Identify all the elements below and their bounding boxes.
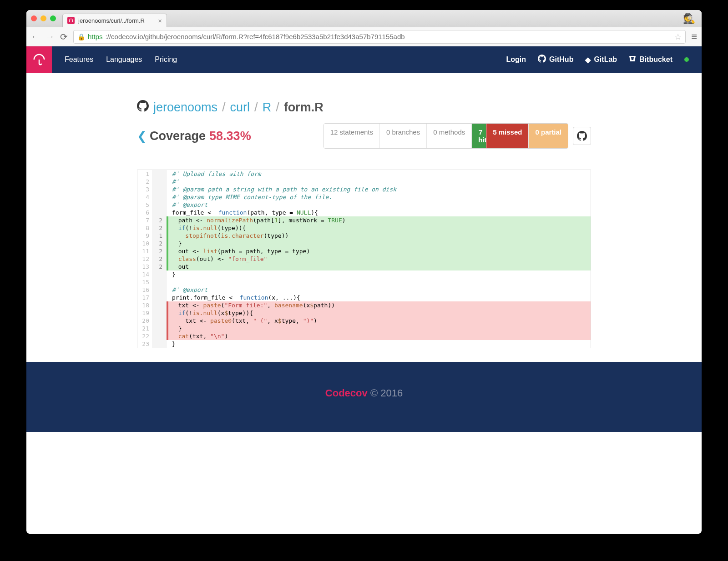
code-line[interactable]: 21 } [137,325,591,332]
source-text: out [168,263,591,270]
line-number: 3 [137,185,152,193]
source-text [169,278,591,286]
code-line[interactable]: 23} [137,340,591,348]
nav-features[interactable]: Features [65,55,93,64]
pill-hits[interactable]: 7 hits [472,124,486,148]
hit-count [152,170,167,178]
hit-count [152,294,167,301]
back-chevron-icon[interactable]: ❮ [137,129,147,143]
code-line[interactable]: 14} [137,270,591,278]
line-number: 17 [137,294,152,301]
close-icon[interactable] [31,15,37,21]
crumb-sep: / [222,100,226,115]
umbrella-icon [32,53,46,66]
source-text: #' @export [169,286,591,294]
code-line[interactable]: 1#' Upload files with form [137,170,591,178]
source-text: form_file <- function(path, type = NULL)… [169,209,591,216]
code-line[interactable]: 4#' @param type MIME content-type of the… [137,193,591,201]
line-number: 13 [137,263,152,270]
line-number: 2 [137,178,152,185]
code-line[interactable]: 82 if(!is.null(type)){ [137,224,591,232]
source-text: #' Upload files with form [169,170,591,178]
code-line[interactable]: 132 out [137,263,591,270]
line-number: 9 [137,232,152,240]
code-line[interactable]: 3#' @param path a string with a path to … [137,185,591,193]
line-number: 22 [137,332,152,340]
crumb-dir[interactable]: R [263,100,272,115]
coverage-line: ❮ Coverage 58.33% 12 statements 0 branch… [137,123,591,149]
code-line[interactable]: 102 } [137,240,591,247]
pill-branches[interactable]: 0 branches [380,124,427,148]
line-number: 4 [137,193,152,201]
close-tab-icon[interactable]: × [158,17,162,25]
hit-count: 2 [152,247,167,255]
crumb-repo[interactable]: curl [230,100,250,115]
brand-logo[interactable] [26,46,52,73]
url-scheme: https [88,33,103,40]
nav-right: Login GitHub ◆GitLab Bitbucket [506,55,689,65]
coverage-label: Coverage [150,129,206,143]
back-icon[interactable]: ← [31,31,40,42]
browser-tab[interactable]: jeroenooms/curl/../form.R × [62,14,167,27]
line-number: 18 [137,301,152,309]
code-line[interactable]: 22 cat(txt, "\n") [137,332,591,340]
lock-icon: 🔒 [77,33,85,40]
crumb-owner[interactable]: jeroenooms [153,100,217,115]
code-line[interactable]: 91 stopifnot(is.character(type)) [137,232,591,240]
bitbucket-link[interactable]: Bitbucket [629,55,672,64]
code-line[interactable]: 112 out <- list(path = path, type = type… [137,247,591,255]
line-number: 15 [137,278,152,286]
github-link[interactable]: GitHub [538,55,573,65]
url-bar[interactable]: 🔒 https://codecov.io/github/jeroenooms/c… [73,30,686,44]
pill-partial[interactable]: 0 partial [529,124,568,148]
url-rest: ://codecov.io/github/jeroenooms/curl/R/f… [106,33,405,40]
code-line[interactable]: 15 [137,278,591,286]
pill-statements[interactable]: 12 statements [324,124,380,148]
tab-title: jeroenooms/curl/../form.R [78,17,145,24]
pill-methods[interactable]: 0 methods [427,124,472,148]
code-line[interactable]: 19 if(!is.null(x$type)){ [137,309,591,317]
source-text: print.form_file <- function(x, ...){ [169,294,591,301]
code-line[interactable]: 72 path <- normalizePath(path[1], mustWo… [137,216,591,224]
login-link[interactable]: Login [506,55,526,64]
source-text: txt <- paste0(txt, " (", x$type, ")") [168,317,591,325]
nav-languages[interactable]: Languages [106,55,142,64]
source-text: class(out) <- "form_file" [168,255,591,263]
incognito-icon: 🕵️ [683,13,695,25]
code-line[interactable]: 6form_file <- function(path, type = NULL… [137,209,591,216]
code-line[interactable]: 2#' [137,178,591,185]
bookmark-icon[interactable]: ☆ [674,32,682,42]
gitlab-link[interactable]: ◆GitLab [585,55,617,64]
reload-icon[interactable]: ⟳ [60,31,68,42]
browser-toolbar: ← → ⟳ 🔒 https://codecov.io/github/jeroen… [26,27,702,46]
code-listing: 1#' Upload files with form2#'3#' @param … [137,170,591,348]
hit-count [152,193,167,201]
hit-count: 1 [152,232,167,240]
source-text: if(!is.null(type)){ [168,224,591,232]
code-line[interactable]: 16#' @export [137,286,591,294]
pill-missed[interactable]: 5 missed [486,124,529,148]
app-navbar: Features Languages Pricing Login GitHub … [26,46,702,73]
hit-count [152,178,167,185]
line-number: 20 [137,317,152,325]
hit-count [152,325,167,332]
view-on-github-button[interactable] [573,127,591,145]
code-line[interactable]: 122 class(out) <- "form_file" [137,255,591,263]
code-line[interactable]: 18 txt <- paste("Form file:", basename(x… [137,301,591,309]
menu-icon[interactable]: ≡ [691,31,697,43]
code-line[interactable]: 17print.form_file <- function(x, ...){ [137,294,591,301]
source-text: } [168,325,591,332]
line-number: 19 [137,309,152,317]
hit-count [152,278,167,286]
source-text: #' @param type MIME content-type of the … [169,193,591,201]
minimize-icon[interactable] [40,15,46,21]
code-line[interactable]: 20 txt <- paste0(txt, " (", x$type, ")") [137,317,591,325]
line-number: 8 [137,224,152,232]
footer-brand[interactable]: Codecov [325,387,368,399]
nav-pricing[interactable]: Pricing [155,55,177,64]
code-line[interactable]: 5#' @export [137,201,591,209]
source-text: out <- list(path = path, type = type) [168,247,591,255]
maximize-icon[interactable] [50,15,56,21]
source-text: } [168,240,591,247]
crumb-file: form.R [284,100,324,115]
